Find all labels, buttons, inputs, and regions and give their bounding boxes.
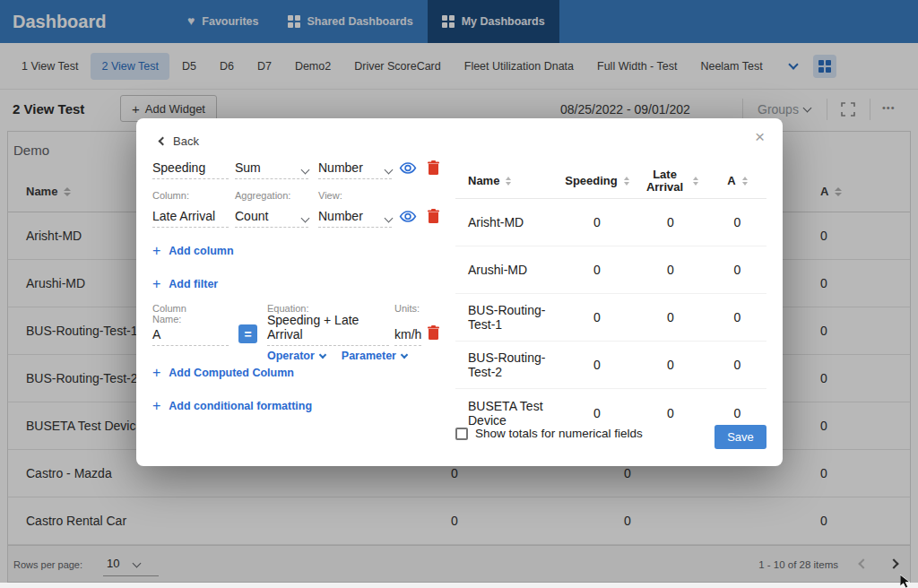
- preview-cell: 0: [708, 406, 766, 420]
- chevron-down-icon: [301, 166, 310, 175]
- preview-cell: 0: [633, 406, 708, 420]
- save-button[interactable]: Save: [714, 425, 766, 449]
- chevron-down-icon: [385, 214, 394, 223]
- add-computed-column-link[interactable]: + Add Computed Column: [152, 366, 294, 380]
- selected-value: Sum: [235, 160, 261, 175]
- delete-column-icon[interactable]: [428, 209, 439, 227]
- preview-row: BUS-Routing-Test-1000: [455, 294, 766, 342]
- preview-cell: 0: [561, 263, 633, 277]
- column-config-row: Late ArrivalCountNumber: [136, 204, 446, 229]
- chevron-down-icon: [319, 350, 326, 358]
- preview-cell: 0: [708, 358, 766, 372]
- column-input[interactable]: Late Arrival: [152, 204, 229, 228]
- units-input[interactable]: km/h: [394, 323, 421, 346]
- plus-icon: +: [152, 399, 160, 413]
- sort-icon: [624, 177, 629, 186]
- visibility-eye-icon[interactable]: [399, 161, 417, 178]
- preview-col-header-name[interactable]: Name: [455, 174, 561, 187]
- add-conditional-formatting-label: Add conditional formatting: [169, 400, 312, 412]
- visibility-eye-icon[interactable]: [399, 210, 417, 227]
- chevron-down-icon: [401, 350, 408, 358]
- preview-table: NameSpeedingLate ArrivalA Arisht-MD000Ar…: [455, 163, 766, 437]
- operator-label: Operator: [267, 350, 315, 362]
- preview-cell: 0: [708, 310, 766, 324]
- preview-header: NameSpeedingLate ArrivalA: [455, 163, 766, 199]
- preview-cell: 0: [561, 406, 633, 420]
- chevron-down-icon: [385, 166, 394, 175]
- preview-cell: 0: [561, 310, 633, 324]
- app-screen: Dashboard ♥FavouritesShared DashboardsMy…: [0, 0, 918, 588]
- preview-cell: 0: [633, 263, 708, 277]
- preview-body: Arisht-MD000Arushi-MD000BUS-Routing-Test…: [455, 199, 766, 437]
- plus-icon: +: [152, 277, 160, 291]
- aggregation-select[interactable]: Count: [235, 204, 308, 228]
- preview-cell: 0: [633, 310, 708, 324]
- sort-icon: [506, 177, 511, 186]
- back-label: Back: [173, 134, 199, 148]
- plus-icon: +: [152, 366, 160, 380]
- aggregation-select[interactable]: Sum: [235, 156, 308, 179]
- plus-icon: +: [152, 244, 160, 258]
- preview-col-header-late-arrival[interactable]: Late Arrival: [633, 169, 708, 194]
- preview-cell-name: Arushi-MD: [455, 263, 561, 277]
- operator-dropdown[interactable]: Operator: [267, 350, 325, 362]
- view-label: View:: [318, 190, 342, 201]
- aggregation-label: Aggregation:: [235, 190, 290, 201]
- parameter-label: Parameter: [342, 350, 396, 362]
- close-icon[interactable]: ×: [755, 127, 765, 147]
- parameter-dropdown[interactable]: Parameter: [342, 350, 407, 362]
- add-computed-column-label: Add Computed Column: [169, 367, 294, 379]
- sort-icon: [742, 177, 748, 186]
- preview-row: BUS-Routing-Test-2000: [455, 342, 766, 389]
- add-filter-label: Add filter: [169, 278, 218, 290]
- units-label: Units:: [394, 303, 420, 314]
- column-label: Column:: [152, 190, 189, 201]
- view-select[interactable]: Number: [318, 204, 392, 228]
- preview-cell: 0: [708, 263, 766, 277]
- selected-value: Number: [318, 209, 363, 223]
- back-chevron-icon: [159, 137, 168, 146]
- preview-col-header-a[interactable]: A: [708, 174, 766, 187]
- preview-cell-name: BUSETA Test Device: [455, 399, 561, 428]
- selected-value: Number: [318, 160, 363, 175]
- preview-col-header-speeding[interactable]: Speeding: [561, 174, 633, 187]
- page-bottom-strip: [0, 583, 918, 588]
- equation-input[interactable]: Speeding + Late Arrival: [267, 323, 389, 346]
- chevron-down-icon: [301, 214, 310, 223]
- back-button[interactable]: Back: [160, 134, 199, 148]
- preview-row: Arushi-MD000: [455, 246, 766, 294]
- preview-cell-name: Arisht-MD: [455, 215, 561, 229]
- add-column-link[interactable]: + Add column: [152, 244, 234, 258]
- column-config-row: SpeedingSumNumber: [136, 156, 446, 181]
- preview-cell: 0: [561, 358, 633, 372]
- column-input[interactable]: Speeding: [152, 156, 229, 179]
- show-totals-checkbox[interactable]: [455, 428, 468, 440]
- equals-button[interactable]: =: [238, 324, 257, 343]
- edit-widget-modal: Back × SpeedingSumNumberColumn:Aggregati…: [136, 118, 783, 466]
- selected-value: Count: [235, 209, 268, 223]
- show-totals-checkbox-row[interactable]: Show totals for numerical fields: [455, 427, 643, 440]
- mouse-cursor: [900, 575, 913, 588]
- show-totals-label: Show totals for numerical fields: [475, 427, 643, 440]
- preview-cell: 0: [633, 358, 708, 372]
- column-name-input[interactable]: A: [152, 323, 229, 346]
- delete-computed-column-icon[interactable]: [428, 325, 439, 343]
- view-select[interactable]: Number: [318, 156, 392, 179]
- add-conditional-formatting-link[interactable]: + Add conditional formatting: [152, 399, 312, 413]
- preview-cell-name: BUS-Routing-Test-1: [455, 303, 561, 332]
- preview-cell-name: BUS-Routing-Test-2: [455, 350, 561, 379]
- preview-cell: 0: [633, 215, 708, 229]
- equation-helper-links: Operator Parameter: [267, 350, 407, 362]
- computed-column-row: A = Speeding + Late Arrival km/h: [136, 323, 446, 348]
- sort-icon: [693, 177, 698, 186]
- delete-column-icon[interactable]: [428, 160, 439, 178]
- add-column-label: Add column: [169, 245, 233, 257]
- preview-cell: 0: [561, 215, 633, 229]
- column-name-label: Column Name:: [152, 303, 186, 324]
- preview-cell: 0: [708, 215, 766, 229]
- preview-row: Arisht-MD000: [455, 199, 766, 246]
- add-filter-link[interactable]: + Add filter: [152, 277, 218, 291]
